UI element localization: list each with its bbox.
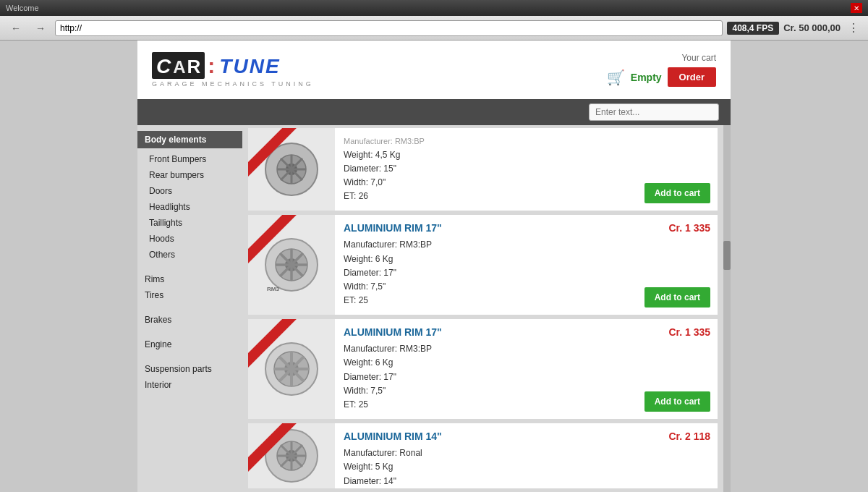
product-et-2: ET: 25	[344, 398, 615, 412]
product-width-1: Width: 7,5"	[344, 280, 615, 294]
logo-car: CAR	[152, 52, 205, 79]
ribbon-0	[248, 128, 306, 186]
scrollbar-thumb[interactable]	[723, 241, 731, 270]
sidebar-item-brakes[interactable]: Brakes	[137, 312, 242, 328]
sidebar-item-rims[interactable]: Rims	[137, 271, 242, 287]
logo-separator: :	[208, 54, 216, 78]
product-manufacturer-3: Manufacturer: Ronal	[344, 446, 615, 460]
sidebar-item-engine[interactable]: Engine	[137, 336, 242, 352]
cart-controls: 🛒 Empty Order	[607, 67, 716, 87]
product-card-1: RM3 ALUMINIUM RIM 17" Manufacturer: RM3:…	[248, 215, 718, 315]
order-button[interactable]: Order	[668, 67, 716, 87]
page-content: CAR : TUNE GARAGE MECHANICS TUNING Your …	[137, 41, 731, 492]
main-layout: Body elements Front Bumpers Rear bumpers…	[137, 125, 731, 492]
sidebar-divider-1	[137, 263, 242, 271]
sidebar-divider-3	[137, 328, 242, 336]
sidebar-item-tires[interactable]: Tires	[137, 287, 242, 303]
sidebar-item-hoods[interactable]: Hoods	[137, 231, 242, 247]
sidebar-item-others[interactable]: Others	[137, 247, 242, 263]
product-weight-2: Weight: 6 Kg	[344, 356, 615, 370]
product-price-1: Cr. 1 335	[668, 222, 710, 234]
sidebar: Body elements Front Bumpers Rear bumpers…	[137, 125, 242, 492]
product-title-2: ALUMINIUM RIM 17"	[344, 326, 615, 338]
nav-bar	[137, 99, 731, 125]
cart-label: Your cart	[681, 53, 716, 63]
logo-area: CAR : TUNE GARAGE MECHANICS TUNING	[152, 52, 314, 88]
product-actions-3: Cr. 2 118	[624, 423, 718, 488]
product-price-2: Cr. 1 335	[668, 326, 710, 338]
product-card-3: ALUMINIUM RIM 14" Manufacturer: Ronal We…	[248, 423, 718, 488]
fps-display: 408,4 FPS	[727, 22, 780, 35]
product-info-1: ALUMINIUM RIM 17" Manufacturer: RM3:BP W…	[335, 215, 624, 315]
product-diameter-2: Diameter: 17"	[344, 370, 615, 384]
scrollbar-track[interactable]	[723, 125, 731, 492]
sidebar-item-front-bumpers[interactable]: Front Bumpers	[137, 151, 242, 167]
product-weight-3: Weight: 5 Kg	[344, 460, 615, 474]
browser-title: Welcome	[6, 4, 851, 12]
product-et-0: ET: 26	[344, 190, 615, 203]
product-info-3: ALUMINIUM RIM 14" Manufacturer: Ronal We…	[335, 423, 624, 488]
product-card-2: ALUMINIUM RIM 17" Manufacturer: RM3:BP W…	[248, 319, 718, 419]
search-input[interactable]	[589, 103, 719, 121]
sidebar-item-headlights[interactable]: Headlights	[137, 199, 242, 215]
product-image-3	[248, 423, 335, 488]
ribbon-2	[248, 319, 306, 377]
sidebar-item-taillights[interactable]: Taillights	[137, 215, 242, 231]
browser-toolbar: ← → 408,4 FPS Cr. 50 000,00 ⋮	[0, 16, 868, 41]
product-manufacturer-1: Manufacturer: RM3:BP	[344, 238, 615, 252]
forward-button[interactable]: →	[30, 20, 51, 36]
product-manufacturer-2: Manufacturer: RM3:BP	[344, 342, 615, 356]
product-price-3: Cr. 2 118	[668, 430, 710, 442]
balance-display: Cr. 50 000,00	[783, 22, 841, 33]
products-area: Manufacturer: RM3:BP Weight: 4,5 Kg Diam…	[242, 125, 723, 492]
svg-text:RM3: RM3	[267, 286, 279, 292]
ribbon-3	[248, 423, 306, 481]
product-image-1: RM3	[248, 215, 335, 315]
logo: CAR : TUNE	[152, 52, 314, 79]
sidebar-item-suspension-parts[interactable]: Suspension parts	[137, 361, 242, 377]
product-title-3: ALUMINIUM RIM 14"	[344, 430, 615, 442]
back-button[interactable]: ←	[6, 20, 26, 36]
add-to-cart-button-2[interactable]: Add to cart	[644, 391, 710, 412]
product-width-2: Width: 7,5"	[344, 384, 615, 398]
add-to-cart-button-0[interactable]: Add to cart	[644, 183, 710, 203]
sidebar-item-interior[interactable]: Interior	[137, 377, 242, 393]
sidebar-item-doors[interactable]: Doors	[137, 183, 242, 199]
product-info-2: ALUMINIUM RIM 17" Manufacturer: RM3:BP W…	[335, 319, 624, 419]
logo-tune: TUNE	[219, 52, 280, 79]
product-card-0: Manufacturer: RM3:BP Weight: 4,5 Kg Diam…	[248, 128, 718, 211]
add-to-cart-button-1[interactable]: Add to cart	[644, 287, 710, 308]
product-et-1: ET: 25	[344, 294, 615, 308]
product-image-2	[248, 319, 335, 419]
sidebar-divider-2	[137, 303, 242, 312]
cart-empty-label: Empty	[631, 72, 662, 83]
product-manufacturer-0: Manufacturer: RM3:BP	[344, 135, 615, 148]
cart-area: Your cart 🛒 Empty Order	[607, 53, 716, 87]
product-diameter-1: Diameter: 17"	[344, 266, 615, 280]
page-wrapper: CAR : TUNE GARAGE MECHANICS TUNING Your …	[0, 41, 868, 492]
product-width-0: Width: 7,0"	[344, 176, 615, 190]
browser-titlebar: Welcome ✕	[0, 0, 868, 16]
product-image-0	[248, 128, 335, 211]
cart-icon: 🛒	[607, 69, 625, 86]
product-diameter-3: Diameter: 14"	[344, 475, 615, 488]
product-actions-2: Cr. 1 335 Add to cart	[624, 319, 718, 419]
product-info-0: Manufacturer: RM3:BP Weight: 4,5 Kg Diam…	[335, 128, 624, 211]
logo-subtitle: GARAGE MECHANICS TUNING	[152, 80, 314, 88]
sidebar-section-body-elements: Body elements	[137, 131, 242, 148]
product-diameter-0: Diameter: 15"	[344, 162, 615, 176]
product-actions-0: Add to cart	[624, 128, 718, 211]
sidebar-divider-4	[137, 352, 242, 361]
site-header: CAR : TUNE GARAGE MECHANICS TUNING Your …	[137, 41, 731, 99]
ribbon-1	[248, 215, 306, 273]
product-actions-1: Cr. 1 335 Add to cart	[624, 215, 718, 315]
product-weight-0: Weight: 4,5 Kg	[344, 148, 615, 162]
url-bar[interactable]	[55, 20, 723, 36]
product-title-1: ALUMINIUM RIM 17"	[344, 222, 615, 234]
sidebar-item-rear-bumpers[interactable]: Rear bumpers	[137, 167, 242, 183]
product-weight-1: Weight: 6 Kg	[344, 253, 615, 266]
close-button[interactable]: ✕	[851, 3, 862, 13]
browser-menu-button[interactable]: ⋮	[845, 21, 862, 35]
